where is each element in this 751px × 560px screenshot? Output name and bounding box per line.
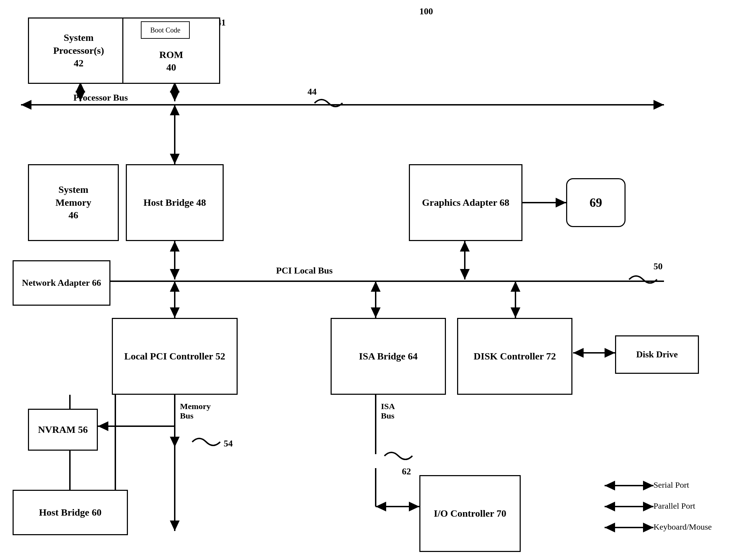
system-memory-box: SystemMemory46 [28,164,119,241]
ref-50: 50 [653,261,663,272]
nvram-box: NVRAM 56 [28,409,98,451]
pci-local-bus-label: PCI Local Bus [276,266,333,276]
keyboard-mouse-label: Keyboard/Mouse [653,522,712,532]
svg-marker-19 [170,241,180,252]
disk-drive-box: Disk Drive [615,335,699,374]
svg-marker-63 [605,523,615,532]
svg-marker-44 [170,521,180,531]
svg-marker-18 [170,269,180,279]
rom-label: ROM40 [159,49,183,74]
boot-code-box: Boot Code [141,21,190,39]
ref-100: 100 [419,6,433,17]
ref-62: 62 [402,466,411,477]
svg-marker-35 [556,198,566,208]
network-adapter-label: Network Adapter 66 [22,277,101,289]
local-pci-controller-label: Local PCI Controller 52 [124,350,225,363]
io-controller-box: I/O Controller 70 [419,475,521,552]
processor-bus-label: Processor Bus [73,93,128,103]
svg-marker-56 [643,481,653,490]
host-bridge-48-label: Host Bridge 48 [144,196,206,209]
serial-port-label: Serial Port [653,480,689,490]
svg-marker-22 [460,241,470,252]
local-pci-controller-box: Local PCI Controller 52 [112,318,238,395]
svg-marker-42 [98,421,108,431]
svg-marker-37 [573,348,584,358]
isa-bridge-label: ISA Bridge 64 [359,350,418,363]
boot-code-label: Boot Code [150,26,180,35]
system-memory-label: SystemMemory46 [56,183,92,221]
system-processor-label: System Processor(s) 42 [53,31,104,70]
svg-marker-11 [170,91,180,101]
svg-marker-57 [605,481,615,490]
svg-marker-59 [643,502,653,511]
nvram-label: NVRAM 56 [38,423,88,436]
rom-box: Boot Code ROM40 [122,17,220,84]
svg-marker-26 [170,307,180,318]
host-bridge-60-label: Host Bridge 60 [39,506,102,519]
svg-marker-62 [643,523,653,532]
svg-marker-54 [376,502,386,511]
svg-marker-14 [170,105,180,115]
svg-marker-27 [170,281,180,292]
disk-controller-box: DISK Controller 72 [457,318,572,395]
ref-54: 54 [224,438,233,449]
svg-marker-21 [460,269,470,279]
network-adapter-box: Network Adapter 66 [13,260,110,306]
svg-marker-29 [371,307,381,318]
svg-marker-38 [605,348,615,358]
svg-marker-5 [21,100,31,110]
monitor-69-label: 69 [590,195,602,211]
ref-44: 44 [308,87,317,97]
io-controller-label: I/O Controller 70 [434,507,506,520]
system-processor-box: System Processor(s) 42 [28,17,129,84]
isa-bus-label: ISA Bus [381,402,395,421]
disk-controller-label: DISK Controller 72 [474,350,556,363]
svg-marker-53 [409,502,419,511]
disk-drive-label: Disk Drive [636,349,678,361]
graphics-adapter-label: Graphics Adapter 68 [422,196,510,209]
svg-marker-30 [371,281,381,292]
isa-bridge-box: ISA Bridge 64 [331,318,446,395]
connection-lines [0,0,751,560]
svg-marker-33 [511,281,520,292]
svg-marker-32 [511,307,520,318]
svg-marker-15 [170,154,180,164]
diagram: 100 41 System Processor(s) 42 Boot Code … [0,0,751,560]
memory-bus-label: Memory Bus [180,402,211,421]
graphics-adapter-box: Graphics Adapter 68 [409,164,522,241]
svg-marker-6 [653,100,664,110]
host-bridge-48-box: Host Bridge 48 [126,164,224,241]
monitor-69-box: 69 [566,178,626,227]
host-bridge-60-box: Host Bridge 60 [13,490,128,535]
svg-marker-40 [170,437,180,447]
svg-marker-60 [605,502,615,511]
parallel-port-label: Parallel Port [653,501,695,511]
